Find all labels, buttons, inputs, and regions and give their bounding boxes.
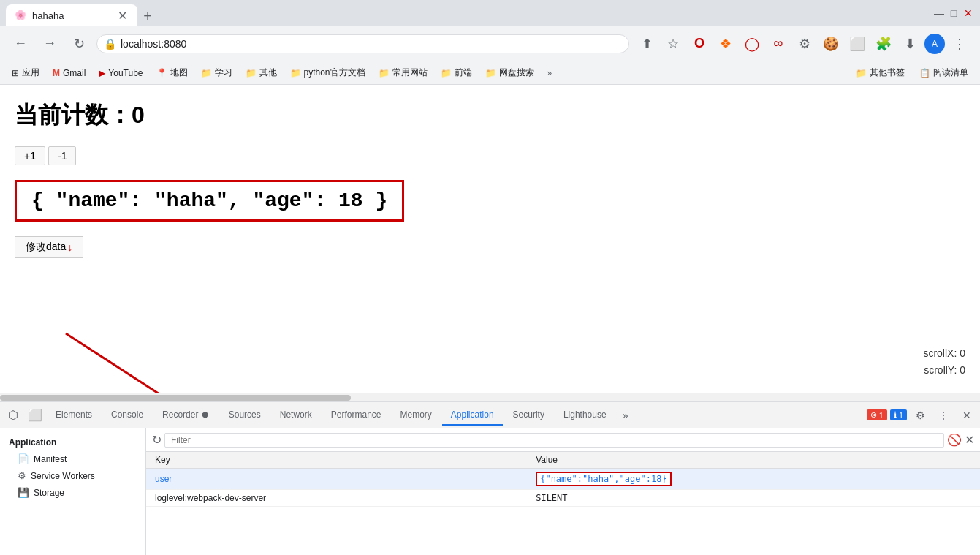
folder-icon-netdisk: 📁 [485, 68, 496, 78]
bookmark-other[interactable]: 📁 其他 [240, 64, 283, 81]
minimize-button[interactable]: — [933, 7, 945, 19]
horizontal-scrollbar[interactable] [0, 393, 980, 401]
brave-icon[interactable]: ❖ [714, 32, 737, 56]
tab-security[interactable]: Security [504, 405, 553, 426]
toolbar-icons: ⬆ ☆ O ❖ ◯ ∞ ⚙ 🍪 ⬜ 🧩 ⬇ A ⋮ [635, 32, 971, 56]
bookmark-frontend[interactable]: 📁 前端 [435, 64, 478, 81]
browser-frame: 🌸 hahaha ✕ + — □ ✕ ← → ↻ 🔒 ⬆ ☆ O ❖ ◯ ∞ ⚙ [0, 0, 980, 555]
devtools-close-button[interactable]: ✕ [957, 405, 977, 426]
download-icon[interactable]: ⬇ [898, 32, 922, 56]
filter-delete-button[interactable]: ✕ [965, 433, 974, 447]
tab-performance[interactable]: Performance [322, 405, 390, 426]
scroll-info: scrollX: 0 scrollY: 0 [923, 345, 965, 378]
counter-buttons: +1 -1 [15, 146, 965, 165]
infinity-icon[interactable]: ∞ [767, 32, 790, 56]
devtools-right-actions: ⊗ 1 ℹ 1 ⚙ ⋮ ✕ [867, 405, 977, 426]
filter-input[interactable] [164, 433, 944, 448]
sidebar-item-service-workers[interactable]: ⚙ Service Workers [0, 467, 145, 484]
devtools-inspect-button[interactable]: ⬡ [3, 405, 23, 426]
decrement-button[interactable]: -1 [48, 146, 76, 165]
avatar-icon[interactable]: A [924, 34, 945, 54]
settings-icon[interactable]: ⚙ [793, 32, 816, 56]
reload-button[interactable]: ↻ [67, 32, 91, 56]
devtools-body: Application 📄 Manifest ⚙ Service Workers… [0, 428, 980, 555]
forward-button[interactable]: → [38, 32, 61, 56]
new-tab-button[interactable]: + [137, 6, 158, 26]
tab-network[interactable]: Network [271, 405, 321, 426]
storage-icon: 💾 [18, 487, 29, 498]
folder-icon-python: 📁 [290, 68, 301, 78]
counter-display: 当前计数：0 [15, 99, 965, 132]
devtools-kebab-button[interactable]: ⋮ [933, 405, 954, 426]
youtube-icon: ▶ [99, 68, 105, 78]
apps-grid-icon: ⊞ [12, 68, 19, 78]
close-window-button[interactable]: ✕ [962, 7, 974, 19]
manifest-icon: 📄 [18, 453, 29, 464]
filter-clear-button[interactable]: 🚫 [947, 433, 962, 447]
modify-arrow-icon: ↓ [67, 241, 72, 253]
active-tab[interactable]: 🌸 hahaha ✕ [6, 4, 137, 26]
bookmarks-bar: ⊞ 应用 M Gmail ▶ YouTube 📍 地图 📁 学习 📁 其他 📁 … [0, 61, 980, 85]
tab-memory[interactable]: Memory [392, 405, 441, 426]
bookmark-other-books[interactable]: 📁 其他书签 [850, 64, 911, 81]
main-area: 当前计数：0 +1 -1 { "name": "haha", "age": 18… [0, 85, 980, 555]
opera-icon[interactable]: O [688, 32, 711, 56]
arrow-annotation [58, 326, 205, 393]
table-header-row: Key Value [146, 452, 980, 469]
puzzle-icon[interactable]: 🧩 [872, 32, 895, 56]
bookmark-websites[interactable]: 📁 常用网站 [373, 64, 433, 81]
modify-data-button[interactable]: 修改data ↓ [15, 236, 83, 258]
menu-button[interactable]: ⋮ [948, 32, 971, 56]
page-content: 当前计数：0 +1 -1 { "name": "haha", "age": 18… [0, 85, 980, 393]
bookmark-youtube[interactable]: ▶ YouTube [93, 66, 148, 80]
tab-area: 🌸 hahaha ✕ + [6, 0, 927, 26]
sidebar-item-manifest[interactable]: 📄 Manifest [0, 450, 145, 467]
window-controls: — □ ✕ [933, 7, 974, 19]
table-row[interactable]: loglevel:webpack-dev-server SILENT [146, 490, 980, 507]
increment-button[interactable]: +1 [15, 146, 45, 165]
tab-application[interactable]: Application [442, 405, 503, 426]
table-row[interactable]: user {"name":"haha","age":18} [146, 469, 980, 490]
tab-close-button[interactable]: ✕ [115, 9, 129, 22]
filter-refresh-button[interactable]: ↻ [152, 433, 162, 447]
service-workers-icon: ⚙ [18, 470, 26, 481]
devtools-more-tabs-button[interactable]: » [617, 405, 634, 426]
box-icon[interactable]: ⬜ [846, 32, 869, 56]
svg-line-0 [66, 333, 190, 393]
gmail-icon: M [53, 68, 60, 78]
maps-icon: 📍 [156, 68, 167, 78]
share-button[interactable]: ⬆ [635, 32, 658, 56]
back-button[interactable]: ← [9, 32, 32, 56]
sidebar-item-storage-label: Storage [34, 488, 64, 498]
tab-console[interactable]: Console [102, 405, 152, 426]
bookmark-star-button[interactable]: ☆ [661, 32, 685, 56]
error-badge: ⊗ 1 [867, 409, 887, 420]
tab-lighthouse[interactable]: Lighthouse [555, 405, 615, 426]
col-value: Value [527, 452, 980, 469]
bookmark-study[interactable]: 📁 学习 [195, 64, 238, 81]
devtools-device-button[interactable]: ⬜ [25, 405, 45, 426]
scrollbar-thumb[interactable] [0, 395, 351, 401]
devtools-tab-bar: ⬡ ⬜ Elements Console Recorder ⏺ Sources … [0, 402, 980, 428]
scroll-y-label: scrollY: 0 [923, 362, 965, 378]
tab-recorder[interactable]: Recorder ⏺ [153, 405, 219, 426]
bookmark-apps[interactable]: ⊞ 应用 [6, 64, 45, 81]
bookmark-read-mode[interactable]: 📋 阅读清单 [913, 64, 974, 81]
bookmark-maps[interactable]: 📍 地图 [151, 64, 194, 81]
devtools-settings-button[interactable]: ⚙ [910, 405, 930, 426]
info-badge: ℹ 1 [890, 409, 907, 420]
cookie-icon[interactable]: 🍪 [819, 32, 843, 56]
lock-icon: 🔒 [104, 38, 116, 50]
address-input[interactable] [96, 34, 629, 53]
tab-sources[interactable]: Sources [220, 405, 270, 426]
bookmarks-more-button[interactable]: » [543, 66, 557, 80]
sidebar-item-storage[interactable]: 💾 Storage [0, 484, 145, 501]
sidebar-item-service-workers-label: Service Workers [31, 471, 95, 481]
bookmark-gmail[interactable]: M Gmail [47, 66, 91, 80]
tab-elements[interactable]: Elements [47, 405, 101, 426]
maximize-button[interactable]: □ [948, 7, 960, 19]
bookmark-python[interactable]: 📁 python官方文档 [284, 64, 371, 81]
circle-icon[interactable]: ◯ [740, 32, 764, 56]
info-count: 1 [899, 411, 903, 420]
bookmark-netdisk[interactable]: 📁 网盘搜索 [479, 64, 540, 81]
